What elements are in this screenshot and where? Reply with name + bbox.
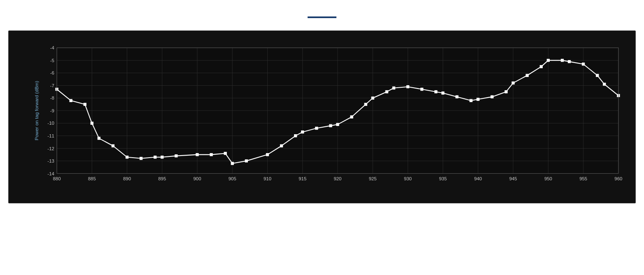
svg-text:895: 895 [158, 176, 166, 181]
svg-rect-86 [392, 87, 395, 89]
svg-text:960: 960 [614, 176, 622, 181]
svg-text:-8: -8 [50, 96, 54, 100]
svg-rect-90 [442, 92, 444, 94]
svg-rect-85 [385, 91, 388, 93]
svg-rect-98 [540, 65, 542, 68]
svg-text:890: 890 [123, 176, 131, 181]
svg-rect-74 [245, 160, 247, 162]
svg-text:910: 910 [264, 176, 271, 181]
svg-rect-67 [154, 156, 156, 158]
svg-text:-10: -10 [47, 121, 54, 126]
svg-text:955: 955 [579, 176, 587, 181]
svg-rect-68 [161, 156, 163, 158]
svg-rect-61 [84, 103, 86, 105]
svg-text:880: 880 [53, 176, 61, 181]
svg-rect-82 [350, 116, 353, 118]
svg-rect-97 [526, 74, 528, 77]
svg-text:915: 915 [299, 176, 306, 181]
svg-rect-94 [491, 96, 493, 98]
svg-text:925: 925 [369, 176, 377, 181]
svg-rect-84 [371, 97, 374, 99]
svg-rect-62 [91, 122, 93, 124]
svg-rect-73 [231, 162, 233, 165]
svg-text:-13: -13 [47, 158, 54, 163]
svg-rect-88 [420, 88, 423, 91]
svg-text:935: 935 [439, 176, 447, 181]
svg-rect-79 [315, 127, 318, 129]
svg-rect-92 [470, 99, 472, 102]
svg-rect-60 [70, 99, 72, 102]
svg-rect-95 [505, 91, 507, 93]
svg-rect-69 [175, 155, 177, 157]
svg-rect-93 [477, 98, 479, 100]
svg-rect-99 [547, 59, 549, 61]
svg-rect-78 [301, 131, 304, 133]
svg-text:900: 900 [193, 176, 201, 181]
svg-rect-91 [456, 96, 458, 98]
chart-wrapper: -4-5-6-7-8-9-10-11-12-13-148808858908959… [8, 30, 636, 203]
svg-text:-9: -9 [50, 108, 54, 113]
svg-rect-89 [435, 91, 437, 93]
svg-rect-76 [280, 144, 282, 147]
svg-text:-4: -4 [50, 45, 55, 50]
svg-text:-5: -5 [50, 58, 54, 63]
svg-text:920: 920 [334, 176, 341, 181]
svg-text:905: 905 [229, 176, 236, 181]
svg-rect-103 [596, 74, 599, 77]
svg-rect-75 [266, 153, 268, 156]
svg-rect-87 [406, 86, 409, 88]
title-section [8, 16, 636, 18]
svg-text:-12: -12 [47, 146, 54, 151]
svg-text:-6: -6 [50, 70, 54, 75]
svg-text:940: 940 [474, 176, 482, 181]
svg-rect-66 [140, 157, 142, 160]
svg-rect-104 [603, 83, 606, 85]
svg-text:950: 950 [544, 176, 552, 181]
title-underline [308, 16, 336, 18]
svg-rect-102 [582, 63, 585, 65]
svg-rect-80 [329, 124, 332, 127]
svg-text:945: 945 [509, 176, 517, 181]
svg-rect-71 [210, 153, 212, 156]
svg-rect-70 [196, 153, 198, 156]
svg-text:-14: -14 [47, 171, 54, 176]
svg-rect-63 [98, 137, 100, 140]
svg-text:-11: -11 [47, 133, 54, 138]
svg-rect-77 [294, 135, 297, 137]
svg-text:Power on tag forward (dBm): Power on tag forward (dBm) [35, 81, 40, 140]
svg-text:885: 885 [88, 176, 96, 181]
svg-rect-65 [126, 156, 128, 158]
svg-rect-64 [112, 144, 114, 147]
chart-svg: -4-5-6-7-8-9-10-11-12-13-148808858908959… [33, 39, 631, 186]
svg-rect-100 [561, 59, 563, 61]
svg-text:930: 930 [404, 176, 412, 181]
svg-text:-7: -7 [50, 83, 54, 88]
svg-rect-96 [512, 82, 514, 84]
svg-rect-83 [364, 103, 367, 105]
svg-rect-81 [336, 123, 339, 126]
page-container: -4-5-6-7-8-9-10-11-12-13-148808858908959… [0, 0, 644, 212]
svg-rect-72 [224, 152, 226, 154]
svg-rect-101 [568, 60, 570, 63]
